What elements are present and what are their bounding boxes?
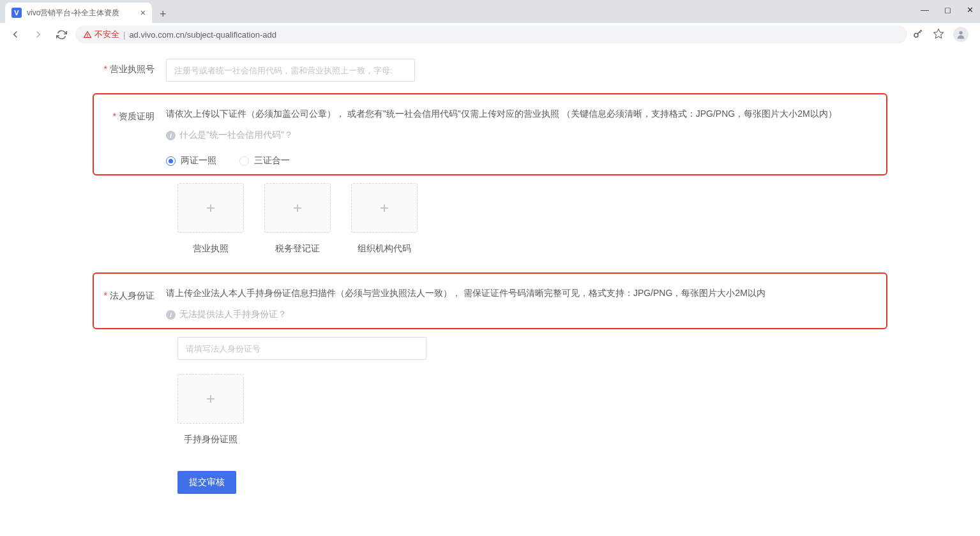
legal-id-hint[interactable]: i 无法提供法人手持身份证？ [166, 309, 878, 320]
key-icon[interactable] [912, 28, 924, 41]
svg-point-2 [959, 31, 962, 34]
legal-id-input-row [177, 337, 967, 360]
upload-label: 手持身份证照 [177, 434, 244, 445]
address-bar: 不安全 | ad.vivo.com.cn/subject-qualificati… [0, 23, 980, 46]
radio-three-one[interactable]: 三证合一 [239, 155, 290, 167]
license-number-row: *营业执照号 [13, 59, 967, 82]
upload-label: 组织机构代码 [351, 243, 418, 255]
insecure-label: 不安全 [94, 29, 119, 40]
legal-id-section: *法人身份证 请上传企业法人本人手持身份证信息扫描件（必须与营业执照法人一致），… [93, 272, 887, 329]
plus-icon: + [380, 199, 389, 217]
close-window-icon[interactable]: ✕ [967, 5, 974, 15]
plus-icon: + [206, 390, 215, 408]
info-icon: i [166, 131, 176, 140]
back-button[interactable] [6, 26, 24, 43]
new-tab-button[interactable]: + [152, 5, 174, 23]
submit-row: 提交审核 [177, 471, 967, 494]
close-tab-icon[interactable]: × [140, 8, 146, 18]
favicon-icon: V [11, 8, 22, 18]
upload-box-business-license[interactable]: + [177, 183, 244, 233]
qualification-label: *资质证明 [94, 106, 166, 123]
browser-chrome: — ◻ ✕ V vivo营销平台-补全主体资质 × + 不安全 | ad.viv… [0, 0, 980, 46]
upload-box-handheld-id[interactable]: + [177, 374, 244, 424]
reload-button[interactable] [52, 26, 70, 43]
profile-avatar[interactable] [953, 27, 969, 42]
certificate-type-radio-group: 两证一照 三证合一 [166, 155, 878, 167]
maximize-icon[interactable]: ◻ [944, 5, 951, 15]
plus-icon: + [293, 199, 302, 217]
url-input[interactable]: 不安全 | ad.vivo.com.cn/subject-qualificati… [75, 26, 907, 43]
page-content: *营业执照号 *资质证明 请依次上传以下证件（必须加盖公司公章）， 或者您有"统… [0, 46, 980, 519]
upload-business-license: + 营业执照 [177, 183, 244, 255]
upload-org-code: + 组织机构代码 [351, 183, 418, 255]
svg-marker-1 [934, 29, 944, 38]
browser-tab[interactable]: V vivo营销平台-补全主体资质 × [5, 3, 152, 23]
license-number-input[interactable] [166, 59, 415, 82]
qualification-description: 请依次上传以下证件（必须加盖公司公章）， 或者您有"统一社会信用代码"仅需上传对… [166, 106, 878, 122]
window-controls: — ◻ ✕ [921, 5, 974, 15]
legal-id-input[interactable] [177, 337, 426, 360]
qualification-uploads: + 营业执照 + 税务登记证 + 组织机构代码 [177, 183, 967, 255]
info-icon: i [166, 310, 176, 320]
license-number-label: *营业执照号 [13, 59, 166, 75]
qualification-section: *资质证明 请依次上传以下证件（必须加盖公司公章）， 或者您有"统一社会信用代码… [93, 93, 887, 175]
radio-two-one[interactable]: 两证一照 [166, 155, 216, 167]
insecure-icon: 不安全 [83, 29, 119, 40]
radio-icon [166, 156, 176, 166]
plus-icon: + [206, 199, 215, 217]
upload-box-tax-registration[interactable]: + [264, 183, 331, 233]
upload-box-org-code[interactable]: + [351, 183, 418, 233]
legal-id-uploads: + 手持身份证照 [177, 374, 967, 445]
star-icon[interactable] [933, 28, 944, 41]
tab-bar: V vivo营销平台-补全主体资质 × + [0, 0, 980, 23]
radio-icon [239, 156, 249, 166]
tab-title: vivo营销平台-补全主体资质 [27, 8, 135, 19]
legal-id-label: *法人身份证 [94, 285, 166, 302]
upload-label: 营业执照 [177, 243, 244, 255]
address-bar-actions [912, 27, 974, 42]
url-separator: | [123, 30, 125, 40]
qualification-hint[interactable]: i 什么是"统一社会信用代码"？ [166, 130, 878, 141]
url-text: ad.vivo.com.cn/subject-qualification-add [129, 30, 276, 40]
forward-button[interactable] [29, 26, 47, 43]
upload-label: 税务登记证 [264, 243, 331, 255]
svg-point-0 [914, 33, 918, 37]
minimize-icon[interactable]: — [921, 5, 929, 15]
upload-handheld-id: + 手持身份证照 [177, 374, 244, 445]
upload-tax-registration: + 税务登记证 [264, 183, 331, 255]
submit-button[interactable]: 提交审核 [177, 471, 236, 494]
legal-id-description: 请上传企业法人本人手持身份证信息扫描件（必须与营业执照法人一致）， 需保证证件号… [166, 285, 878, 301]
